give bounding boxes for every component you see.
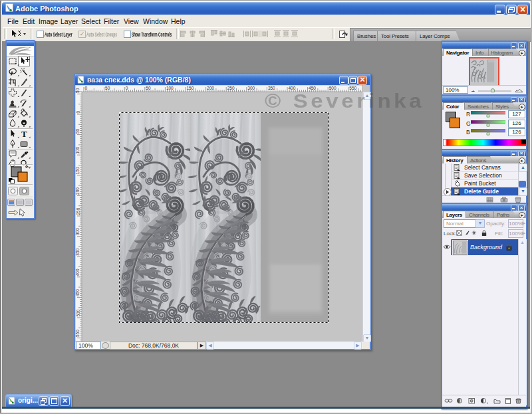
svg-text:50: 50	[76, 88, 80, 93]
svg-text:0: 0	[126, 86, 128, 90]
svg-text:100: 100	[166, 86, 174, 90]
svg-text:150: 150	[76, 167, 80, 174]
svg-text:0: 0	[85, 86, 88, 90]
svg-text:250: 250	[227, 86, 235, 90]
svg-text:50: 50	[76, 128, 80, 134]
svg-text:150: 150	[187, 86, 194, 90]
svg-text:400: 400	[76, 268, 80, 276]
svg-text:550: 550	[76, 330, 80, 337]
svg-text:100: 100	[76, 146, 80, 154]
svg-text:200: 200	[76, 187, 80, 195]
svg-text:350: 350	[76, 248, 80, 255]
svg-text:200: 200	[207, 86, 214, 90]
svg-text:T: T	[21, 129, 27, 139]
svg-text:450: 450	[76, 289, 80, 296]
svg-text:500: 500	[76, 309, 80, 316]
svg-text:50: 50	[146, 86, 151, 90]
svg-text:0: 0	[76, 111, 80, 114]
svg-text:50: 50	[105, 86, 110, 90]
svg-text:300: 300	[247, 86, 255, 90]
svg-text:300: 300	[76, 228, 80, 235]
svg-text:250: 250	[76, 207, 80, 215]
